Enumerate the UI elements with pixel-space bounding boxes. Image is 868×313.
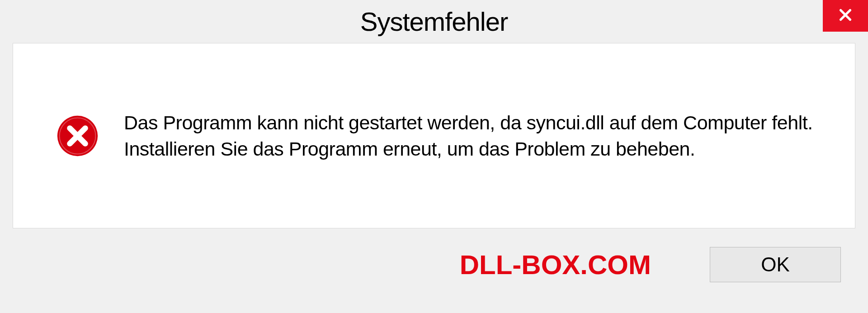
error-dialog: Systemfehler Das Programm kann nicht ges… xyxy=(0,0,868,313)
dialog-title: Systemfehler xyxy=(360,6,508,37)
error-message: Das Programm kann nicht gestartet werden… xyxy=(124,109,819,162)
close-button[interactable] xyxy=(823,0,868,32)
ok-button-label: OK xyxy=(761,253,790,276)
content-area: Das Programm kann nicht gestartet werden… xyxy=(13,43,855,228)
ok-button[interactable]: OK xyxy=(710,247,841,282)
error-icon xyxy=(56,114,99,157)
watermark-text: DLL-BOX.COM xyxy=(460,249,651,280)
title-bar: Systemfehler xyxy=(0,0,868,43)
close-icon xyxy=(837,7,854,25)
dialog-footer: DLL-BOX.COM OK xyxy=(0,228,868,301)
